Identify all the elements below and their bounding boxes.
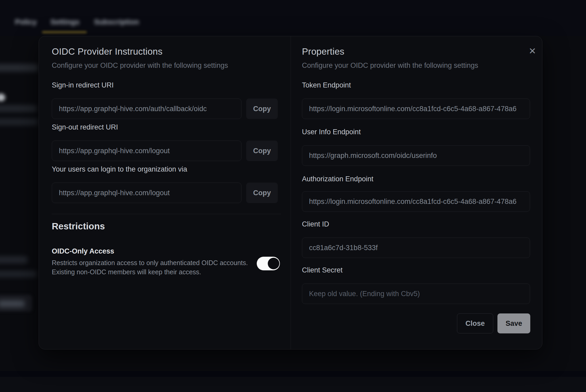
token-endpoint-input[interactable]: https://login.microsoftonline.com/cc8a1f… [302, 99, 530, 119]
tab-bar: Policy Settings Subscription [0, 15, 586, 31]
client-secret-input[interactable] [302, 283, 530, 304]
oidc-only-toggle[interactable] [257, 257, 280, 270]
close-icon[interactable]: ✕ [527, 46, 538, 56]
authorization-endpoint-input[interactable]: https://login.microsoftonline.com/cc8a1f… [302, 191, 530, 212]
active-tab-underline [42, 31, 87, 33]
screen: Policy Settings Subscription OIDC Provid… [0, 0, 586, 392]
copy-sign-in-button[interactable]: Copy [246, 99, 278, 119]
authorization-endpoint-label: Authorization Endpoint [302, 175, 373, 183]
sign-out-redirect-label: Sign-out redirect URI [52, 123, 118, 131]
oidc-only-access-label: OIDC-Only Access [52, 247, 114, 255]
properties-subtitle: Configure your OIDC provider with the fo… [302, 61, 478, 70]
save-button[interactable]: Save [497, 313, 530, 333]
oidc-settings-modal: OIDC Provider Instructions Configure you… [39, 36, 542, 349]
section-divider [52, 214, 281, 214]
column-divider [291, 36, 291, 349]
toggle-knob [268, 258, 279, 269]
tab-policy[interactable]: Policy [15, 15, 37, 29]
background-blur-button-label [0, 300, 25, 307]
properties-title: Properties [302, 46, 345, 57]
footer-area [0, 377, 586, 392]
client-secret-label: Client Secret [302, 266, 343, 274]
login-via-input[interactable]: https://app.graphql-hive.com/logout [52, 183, 241, 203]
client-id-label: Client ID [302, 220, 329, 228]
background-blur-text [0, 118, 38, 125]
close-button[interactable]: Close [457, 313, 493, 333]
background-blur-dot [0, 94, 5, 101]
copy-login-via-button[interactable]: Copy [246, 183, 278, 203]
instructions-title: OIDC Provider Instructions [52, 46, 162, 57]
client-id-input[interactable]: cc81a6c7d-31b8-533f [302, 238, 530, 258]
instructions-subtitle: Configure your OIDC provider with the fo… [52, 61, 228, 70]
oidc-only-access-description-2: Existing non-OIDC members will keep thei… [52, 267, 201, 277]
copy-sign-out-button[interactable]: Copy [246, 141, 278, 161]
footer-band [0, 371, 586, 377]
background-blur-text [0, 105, 37, 112]
token-endpoint-label: Token Endpoint [302, 81, 351, 89]
background-blur-text [0, 256, 28, 264]
tab-settings[interactable]: Settings [50, 15, 79, 29]
background-blur-text [0, 271, 37, 277]
user-info-endpoint-label: User Info Endpoint [302, 128, 361, 136]
oidc-only-access-description-1: Restricts organization access to only au… [52, 258, 248, 267]
sign-in-redirect-input[interactable]: https://app.graphql-hive.com/auth/callba… [52, 99, 241, 119]
background-blur-text [0, 64, 38, 72]
login-via-label: Your users can login to the organization… [52, 165, 187, 173]
sign-out-redirect-input[interactable]: https://app.graphql-hive.com/logout [52, 141, 241, 161]
sign-in-redirect-label: Sign-in redirect URI [52, 81, 114, 89]
tab-subscription[interactable]: Subscription [94, 15, 139, 29]
user-info-endpoint-input[interactable]: https://graph.microsoft.com/oidc/userinf… [302, 145, 530, 166]
restrictions-title: Restrictions [52, 221, 105, 231]
